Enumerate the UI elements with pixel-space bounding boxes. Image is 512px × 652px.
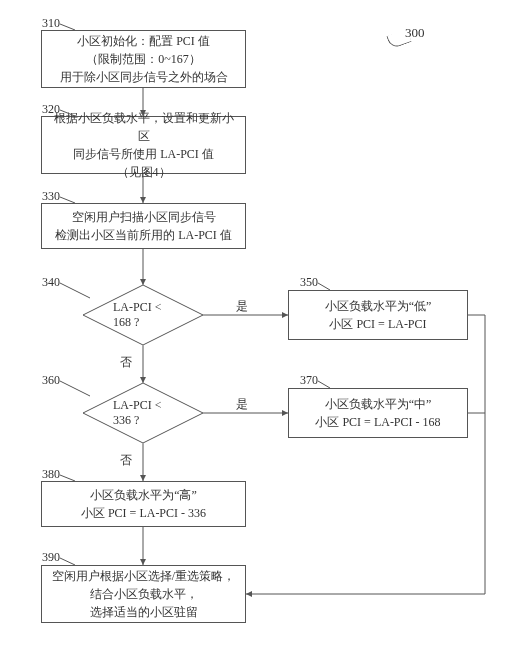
node-350-line2: 小区 PCI = LA-PCI: [329, 315, 426, 333]
node-310-line2: （限制范围：0~167）: [86, 50, 201, 68]
node-360-text: LA-PCI < 336 ?: [113, 398, 173, 428]
node-label-370: 370: [300, 373, 318, 388]
edge-340-yes: 是: [236, 298, 248, 315]
node-380-line1: 小区负载水平为“高”: [90, 486, 197, 504]
edge-360-no: 否: [120, 452, 132, 469]
node-330-line2: 检测出小区当前所用的 LA-PCI 值: [55, 226, 232, 244]
node-370-line1: 小区负载水平为“中”: [325, 395, 432, 413]
node-310-line1: 小区初始化：配置 PCI 值: [77, 32, 210, 50]
node-370-line2: 小区 PCI = LA-PCI - 168: [315, 413, 440, 431]
node-330-line1: 空闲用户扫描小区同步信号: [72, 208, 216, 226]
node-340: LA-PCI < 168 ?: [83, 285, 203, 345]
svg-line-18: [60, 558, 75, 565]
node-350-line1: 小区负载水平为“低”: [325, 297, 432, 315]
node-320: 根据小区负载水平，设置和更新小区 同步信号所使用 LA-PCI 值 （见图4）: [41, 116, 246, 174]
svg-line-14: [318, 283, 330, 290]
node-label-360: 360: [42, 373, 60, 388]
node-320-line2: 同步信号所使用 LA-PCI 值: [73, 145, 214, 163]
node-390-line2: 结合小区负载水平，: [90, 585, 198, 603]
node-330: 空闲用户扫描小区同步信号 检测出小区当前所用的 LA-PCI 值: [41, 203, 246, 249]
figure-ref-300-pointer: [386, 29, 411, 50]
node-label-350: 350: [300, 275, 318, 290]
node-380: 小区负载水平为“高” 小区 PCI = LA-PCI - 336: [41, 481, 246, 527]
svg-line-16: [318, 381, 330, 388]
node-350: 小区负载水平为“低” 小区 PCI = LA-PCI: [288, 290, 468, 340]
node-370: 小区负载水平为“中” 小区 PCI = LA-PCI - 168: [288, 388, 468, 438]
node-label-340: 340: [42, 275, 60, 290]
node-390-line3: 选择适当的小区驻留: [90, 603, 198, 621]
node-390: 空闲用户根据小区选择/重选策略， 结合小区负载水平， 选择适当的小区驻留: [41, 565, 246, 623]
edge-360-yes: 是: [236, 396, 248, 413]
node-380-line2: 小区 PCI = LA-PCI - 336: [81, 504, 206, 522]
node-310-line3: 用于除小区同步信号之外的场合: [60, 68, 228, 86]
edge-340-no: 否: [120, 354, 132, 371]
node-label-380: 380: [42, 467, 60, 482]
node-310: 小区初始化：配置 PCI 值 （限制范围：0~167） 用于除小区同步信号之外的…: [41, 30, 246, 88]
node-label-310: 310: [42, 16, 60, 31]
node-label-330: 330: [42, 189, 60, 204]
node-320-line3: （见图4）: [117, 163, 171, 181]
node-340-text: LA-PCI < 168 ?: [113, 300, 173, 330]
node-360: LA-PCI < 336 ?: [83, 383, 203, 443]
node-320-line1: 根据小区负载水平，设置和更新小区: [48, 109, 239, 145]
node-label-390: 390: [42, 550, 60, 565]
node-390-line1: 空闲用户根据小区选择/重选策略，: [52, 567, 235, 585]
